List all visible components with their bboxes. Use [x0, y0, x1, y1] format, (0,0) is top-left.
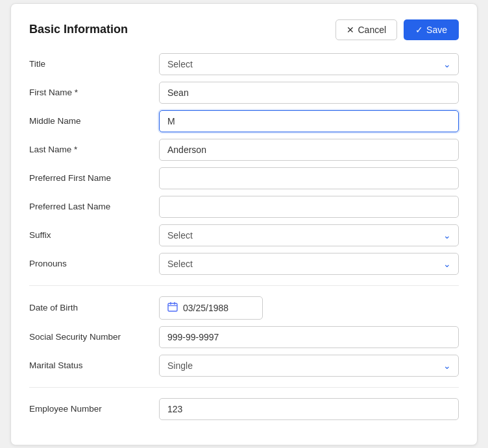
middle-name-input[interactable] [159, 110, 459, 132]
last-name-label: Last Name * [29, 145, 159, 154]
pronouns-row: Pronouns Select He/Him She/Her They/Them… [29, 253, 459, 275]
employee-number-input[interactable] [159, 398, 459, 420]
preferred-last-name-input[interactable] [159, 196, 459, 218]
suffix-select-wrapper: Select Jr. Sr. II III ⌄ [159, 224, 459, 246]
marital-status-row: Marital Status Single Married Divorced W… [29, 355, 459, 377]
page-title: Basic Information [29, 23, 128, 36]
preferred-last-name-label: Preferred Last Name [29, 202, 159, 211]
cancel-label: Cancel [358, 25, 386, 35]
title-label: Title [29, 59, 159, 69]
save-label: Save [426, 25, 447, 35]
marital-status-label: Marital Status [29, 360, 159, 370]
preferred-first-name-row: Preferred First Name [29, 167, 459, 189]
save-button[interactable]: ✓ Save [404, 19, 459, 40]
dob-row: Date of Birth 03/25/1988 [29, 296, 459, 320]
pronouns-select[interactable]: Select He/Him She/Her They/Them [159, 253, 459, 275]
calendar-icon [167, 301, 178, 314]
pronouns-label: Pronouns [29, 259, 159, 268]
card-header: Basic Information ✕ Cancel ✓ Save [29, 19, 459, 40]
marital-status-select[interactable]: Single Married Divorced Widowed [159, 355, 459, 377]
middle-name-row: Middle Name [29, 110, 459, 132]
basic-information-card: Basic Information ✕ Cancel ✓ Save Title … [10, 3, 478, 445]
title-row: Title Select Mr. Ms. Mrs. Dr. ⌄ [29, 53, 459, 75]
employee-number-label: Employee Number [29, 404, 159, 414]
pronouns-select-wrapper: Select He/Him She/Her They/Them ⌄ [159, 253, 459, 275]
preferred-last-name-row: Preferred Last Name [29, 196, 459, 218]
employee-number-row: Employee Number [29, 398, 459, 420]
ssn-label: Social Security Number [29, 332, 159, 342]
divider-2 [29, 387, 459, 388]
preferred-first-name-label: Preferred First Name [29, 173, 159, 183]
svg-rect-0 [168, 303, 177, 311]
first-name-input[interactable] [159, 82, 459, 104]
ssn-row: Social Security Number [29, 326, 459, 348]
last-name-row: Last Name * [29, 139, 459, 161]
header-buttons: ✕ Cancel ✓ Save [336, 19, 459, 40]
middle-name-label: Middle Name [29, 116, 159, 126]
divider-1 [29, 285, 459, 286]
dob-value: 03/25/1988 [183, 303, 228, 313]
ssn-input[interactable] [159, 326, 459, 348]
first-name-row: First Name * [29, 82, 459, 104]
cancel-button[interactable]: ✕ Cancel [336, 19, 397, 40]
dob-input-wrapper[interactable]: 03/25/1988 [159, 296, 263, 320]
cancel-icon: ✕ [347, 25, 354, 35]
suffix-select[interactable]: Select Jr. Sr. II III [159, 224, 459, 246]
title-select-wrapper: Select Mr. Ms. Mrs. Dr. ⌄ [159, 53, 459, 75]
marital-status-select-wrapper: Single Married Divorced Widowed ⌄ [159, 355, 459, 377]
first-name-label: First Name * [29, 88, 159, 97]
suffix-row: Suffix Select Jr. Sr. II III ⌄ [29, 224, 459, 246]
preferred-first-name-input[interactable] [159, 167, 459, 189]
save-icon: ✓ [415, 25, 423, 35]
title-select[interactable]: Select Mr. Ms. Mrs. Dr. [159, 53, 459, 75]
suffix-label: Suffix [29, 230, 159, 240]
last-name-input[interactable] [159, 139, 459, 161]
dob-label: Date of Birth [29, 303, 159, 312]
